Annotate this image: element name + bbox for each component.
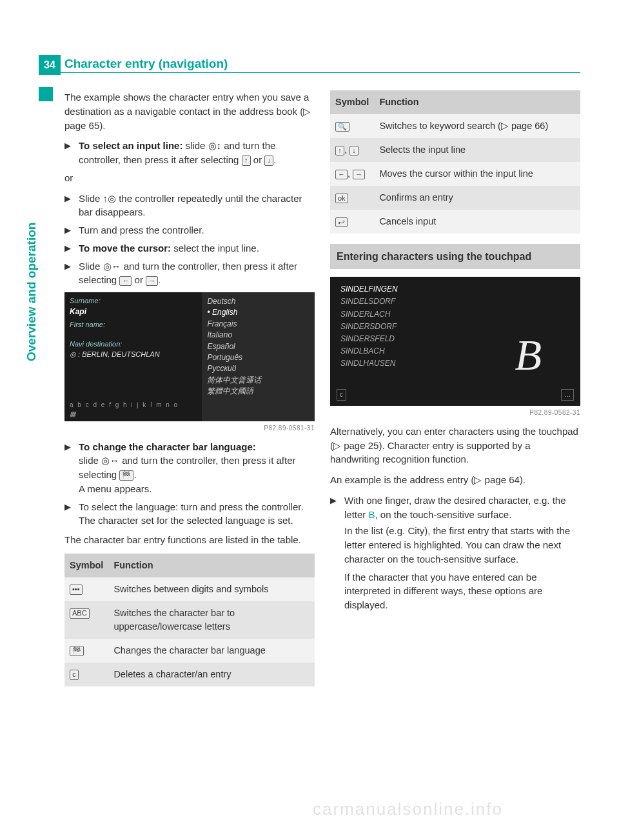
or-text: or bbox=[64, 171, 315, 185]
flag-icon: ▦ bbox=[70, 410, 75, 419]
table-row: ↑, ↓ Selects the input line bbox=[330, 138, 580, 162]
flag-icon: 🏁 bbox=[70, 646, 84, 655]
table-cell: Cancels input bbox=[374, 210, 580, 234]
bullet-icon: ▶ bbox=[64, 440, 74, 496]
list-item: SINDELFINGEN bbox=[340, 283, 398, 295]
table-row: ••• Switches between digits and symbols bbox=[64, 577, 315, 601]
bullet-icon: ▶ bbox=[64, 500, 74, 528]
lang-item: 繁體中文國語 bbox=[207, 386, 310, 397]
image-caption: P82.89-0582-31 bbox=[330, 408, 580, 418]
highlight-letter: B bbox=[369, 509, 375, 520]
right-arrow-icon: → bbox=[353, 170, 365, 179]
table-header: Symbol bbox=[64, 554, 108, 577]
list-item: ▶ To move the cursor: select the input l… bbox=[64, 241, 315, 255]
step-text: . bbox=[158, 274, 161, 285]
list-item: ▶ Slide ↑◎ the controller repeatedly unt… bbox=[64, 192, 315, 220]
table-cell: Switches to keyword search (▷ page 66) bbox=[374, 114, 580, 138]
city-list: SINDELFINGEN SINDELSDORF SINDERLACH SIND… bbox=[340, 283, 398, 370]
subheading: Entering characters using the touchpad bbox=[330, 244, 580, 269]
table-cell: Deletes a character/an entry bbox=[108, 663, 315, 686]
handwriting-letter: B bbox=[515, 323, 542, 387]
section-tab: Overview and operation bbox=[23, 223, 41, 361]
up-arrow-icon: ↑ bbox=[242, 155, 251, 165]
table-row: ok Confirms an entry bbox=[330, 186, 580, 210]
bullet-icon: ▶ bbox=[64, 223, 74, 237]
table-cell: Changes the character bar language bbox=[108, 639, 315, 663]
body-text: Alternatively, you can enter characters … bbox=[330, 425, 580, 466]
list-item: SINDLHAUSEN bbox=[340, 357, 398, 370]
body-text: An example is the address entry (▷ page … bbox=[330, 473, 580, 487]
table-header: Symbol bbox=[330, 90, 374, 114]
intro-text: The example shows the character entry wh… bbox=[64, 90, 315, 132]
bullet-icon: ▶ bbox=[330, 494, 339, 615]
language-list: Deutsch • English Français Italiano Espa… bbox=[202, 292, 315, 421]
table-row: ABC Switches the character bar to upperc… bbox=[64, 601, 315, 639]
step-bold: To select an input line: bbox=[79, 140, 182, 151]
outro-text: The character bar entry functions are li… bbox=[64, 533, 315, 547]
lang-item: Español bbox=[207, 341, 310, 352]
table-row: ←, → Moves the cursor within the input l… bbox=[330, 162, 580, 186]
right-arrow-icon: → bbox=[146, 276, 158, 286]
list-item: ▶ To select the language: turn and press… bbox=[64, 500, 315, 528]
step-text: , on the touch-sensitive surface. bbox=[375, 509, 512, 520]
symbol-function-table: Symbol Function ••• Switches between dig… bbox=[64, 554, 315, 686]
navi-value: ◎ : BERLIN, DEUTSCHLAN bbox=[70, 350, 197, 360]
table-row: ⮐ Cancels input bbox=[330, 210, 580, 234]
lang-item: Русский bbox=[207, 363, 310, 374]
bullet-icon: ▶ bbox=[64, 241, 74, 255]
character-bar: a b c d e f g h i j k l m n o bbox=[70, 401, 179, 410]
bullet-icon: ▶ bbox=[64, 192, 74, 220]
screenshot-contact-entry: Surname: Kapi First name: Navi destinati… bbox=[64, 292, 315, 421]
flag-icon: 🏁 bbox=[119, 470, 133, 480]
abc-icon: ABC bbox=[70, 608, 90, 618]
list-item: ▶ To select an input line: slide ◎↕ and … bbox=[64, 139, 315, 167]
page-title: Character entry (navigation) bbox=[64, 55, 228, 73]
header-rule bbox=[39, 72, 580, 73]
step-text: Slide ↑◎ the controller repeatedly until… bbox=[79, 192, 315, 220]
table-cell: Switches the character bar to uppercase/… bbox=[108, 601, 315, 639]
right-column: Symbol Function 🔍 Switches to keyword se… bbox=[330, 90, 580, 686]
list-item: SINDERLACH bbox=[340, 308, 398, 321]
step-text: If the character that you have entered c… bbox=[344, 570, 580, 612]
step-text: Slide ◎↔ and turn the controller, then p… bbox=[79, 261, 297, 286]
step-text: In the list (e.g. City), the first entry… bbox=[344, 524, 580, 566]
delete-icon: c bbox=[70, 670, 79, 679]
table-row: 🏁 Changes the character bar language bbox=[64, 639, 315, 663]
firstname-label: First name: bbox=[70, 320, 197, 330]
lang-item: Português bbox=[207, 352, 310, 363]
table-cell: Switches between digits and symbols bbox=[108, 577, 315, 601]
step-text: A menu appears. bbox=[79, 483, 152, 494]
left-arrow-icon: ← bbox=[119, 276, 132, 286]
more-corner-icon: … bbox=[561, 389, 574, 401]
step-bold: To change the character bar language: bbox=[79, 441, 256, 452]
table-cell: Confirms an entry bbox=[374, 186, 580, 210]
lang-item: Français bbox=[207, 319, 310, 330]
up-arrow-icon: ↑ bbox=[335, 146, 344, 155]
left-arrow-icon: ← bbox=[335, 170, 348, 179]
step-text: or bbox=[132, 274, 146, 285]
symbol-function-table-2: Symbol Function 🔍 Switches to keyword se… bbox=[330, 90, 580, 234]
back-icon: ⮐ bbox=[335, 217, 348, 227]
table-row: c Deletes a character/an entry bbox=[64, 663, 315, 686]
ok-icon: ok bbox=[335, 194, 348, 203]
table-header: Function bbox=[108, 554, 315, 577]
table-header: Function bbox=[374, 90, 580, 114]
delete-corner-icon: c bbox=[337, 389, 346, 401]
bullet-icon: ▶ bbox=[64, 259, 74, 288]
step-text: The character set for the selected langu… bbox=[79, 515, 293, 526]
left-column: The example shows the character entry wh… bbox=[64, 90, 315, 686]
surname-label: Surname: bbox=[70, 296, 197, 306]
table-row: 🔍 Switches to keyword search (▷ page 66) bbox=[330, 114, 580, 138]
bullet-icon: ▶ bbox=[64, 139, 74, 167]
list-item: SINDLBACH bbox=[340, 345, 398, 357]
step-text: select the input line. bbox=[171, 243, 259, 254]
step-text: or bbox=[251, 154, 265, 165]
step-text: . bbox=[133, 469, 136, 480]
surname-value: Kapi bbox=[70, 306, 197, 317]
down-arrow-icon: ↓ bbox=[349, 146, 359, 155]
watermark: carmanualsonline.info bbox=[313, 797, 503, 822]
list-item: ▶ Turn and press the controller. bbox=[64, 223, 315, 237]
table-cell: Moves the cursor within the input line bbox=[374, 162, 580, 186]
step-text: To select the language: turn and press t… bbox=[79, 501, 304, 512]
list-item: ▶ To change the character bar language: … bbox=[64, 440, 315, 496]
